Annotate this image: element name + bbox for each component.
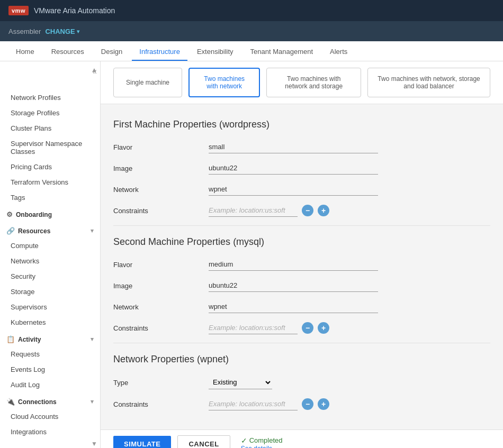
template-single-machine[interactable]: Single machine xyxy=(113,68,182,97)
sidebar-group-onboarding[interactable]: ⚙ Onboarding xyxy=(0,205,100,222)
tab-design[interactable]: Design xyxy=(94,43,130,61)
sidebar-label-cluster-plans: Cluster Plans xyxy=(11,124,51,132)
section-divider-1 xyxy=(113,225,490,226)
connections-icon: 🔌 xyxy=(6,398,15,406)
sidebar-item-pricing-cards[interactable]: Pricing Cards xyxy=(0,159,100,175)
first-machine-title: First Machine Properties (wordpress) xyxy=(113,119,490,130)
first-machine-flavor-label: Flavor xyxy=(113,143,198,151)
first-machine-constraints-row: Constraints − + xyxy=(113,204,490,217)
first-machine-image-input[interactable] xyxy=(209,162,378,175)
sidebar-label-cloud-accounts: Cloud Accounts xyxy=(11,413,58,420)
tab-alerts[interactable]: Alerts xyxy=(322,43,355,61)
sidebar-label-pricing-cards: Pricing Cards xyxy=(11,163,52,171)
sidebar-item-security[interactable]: Security xyxy=(0,269,100,284)
sidebar-label-audit-log: Audit Log xyxy=(11,381,40,389)
second-machine-image-input[interactable] xyxy=(209,279,378,292)
first-machine-flavor-input[interactable] xyxy=(209,141,378,153)
second-machine-image-row: Image xyxy=(113,279,490,292)
status-completed-label: Completed xyxy=(249,436,283,444)
content-area: Single machine Two machines with network… xyxy=(101,61,503,448)
sidebar-label-requests: Requests xyxy=(11,350,40,358)
first-machine-network-input[interactable] xyxy=(209,183,378,196)
sidebar-item-terraform-versions[interactable]: Terraform Versions xyxy=(0,175,100,190)
sidebar-item-tags[interactable]: Tags xyxy=(0,190,100,205)
vmw-logo: vmw xyxy=(8,6,29,15)
network-constraints-input[interactable] xyxy=(209,398,298,410)
network-props-title: Network Properties (wpnet) xyxy=(113,354,490,365)
sidebar-item-integrations[interactable]: Integrations xyxy=(0,424,100,440)
first-machine-constraints-input[interactable] xyxy=(209,204,298,217)
template-two-machines-network-label: Two machines with network xyxy=(198,75,250,90)
sidebar-item-audit-log[interactable]: Audit Log xyxy=(0,377,100,392)
sidebar-label-terraform-versions: Terraform Versions xyxy=(11,178,68,186)
first-machine-flavor-row: Flavor xyxy=(113,141,490,153)
sidebar-group-connections[interactable]: 🔌 Connections ▾ xyxy=(0,392,100,409)
cancel-button[interactable]: CANCEL xyxy=(177,435,230,448)
sidebar-item-storage-profiles[interactable]: Storage Profiles xyxy=(0,105,100,121)
sidebar-scroll-up-button[interactable]: ▲ xyxy=(90,66,98,74)
connections-chevron-icon: ▾ xyxy=(91,398,94,405)
first-machine-image-row: Image xyxy=(113,162,490,175)
template-two-machines-lb[interactable]: Two machines with network, storage and l… xyxy=(367,68,490,97)
network-constraints-minus-button[interactable]: − xyxy=(302,398,313,410)
template-two-machines-network[interactable]: Two machines with network xyxy=(188,68,260,97)
tab-resources[interactable]: Resources xyxy=(44,43,92,61)
sidebar-item-supervisors[interactable]: Supervisors xyxy=(0,299,100,315)
sidebar-item-compute[interactable]: Compute xyxy=(0,238,100,253)
sidebar-item-storage[interactable]: Storage xyxy=(0,284,100,299)
tab-infrastructure[interactable]: Infrastructure xyxy=(132,43,187,61)
simulate-button[interactable]: SIMULATE xyxy=(113,436,171,448)
second-header: Assembler CHANGE ▾ xyxy=(0,21,503,41)
second-machine-flavor-label: Flavor xyxy=(113,261,198,269)
assembler-label: Assembler xyxy=(8,28,41,35)
status-completed: ✓ Completed See details. xyxy=(241,436,283,449)
resources-chevron-icon: ▾ xyxy=(91,227,94,234)
first-machine-constraints-label: Constraints xyxy=(113,207,198,215)
template-two-machines-lb-label: Two machines with network, storage and l… xyxy=(376,75,481,90)
second-machine-constraints-minus-button[interactable]: − xyxy=(302,322,313,334)
check-icon: ✓ xyxy=(241,436,247,445)
tab-tenant-management[interactable]: Tenant Management xyxy=(243,43,321,61)
main-layout: « ▲ Network Profiles Storage Profiles Cl… xyxy=(0,61,503,448)
second-machine-constraints-plus-button[interactable]: + xyxy=(318,322,329,334)
second-machine-constraints-row: Constraints − + xyxy=(113,322,490,334)
sidebar: « ▲ Network Profiles Storage Profiles Cl… xyxy=(0,61,101,448)
sidebar-group-resources[interactable]: 🔗 Resources ▾ xyxy=(0,222,100,238)
app-title: VMware Aria Automation xyxy=(34,6,115,15)
network-constraints-plus-button[interactable]: + xyxy=(318,398,329,410)
sidebar-item-network-profiles[interactable]: Network Profiles xyxy=(0,90,100,105)
tab-extensibility[interactable]: Extensibility xyxy=(190,43,241,61)
action-bar: SIMULATE CANCEL ✓ Completed See details. xyxy=(101,429,503,448)
second-machine-title: Second Machine Properties (mysql) xyxy=(113,236,490,248)
sidebar-item-cloud-accounts[interactable]: Cloud Accounts xyxy=(0,409,100,424)
sidebar-label-events-log: Events Log xyxy=(11,365,45,373)
template-two-machines-storage[interactable]: Two machines with network and storage xyxy=(266,68,361,97)
sidebar-group-resources-label: Resources xyxy=(18,227,50,235)
nav-tabs: Home Resources Design Infrastructure Ext… xyxy=(0,41,503,61)
sidebar-item-cluster-plans[interactable]: Cluster Plans xyxy=(0,121,100,136)
sidebar-label-supervisor-namespace: Supervisor Namespace Classes xyxy=(11,140,94,156)
sidebar-item-events-log[interactable]: Events Log xyxy=(0,362,100,377)
activity-icon: 📋 xyxy=(6,335,15,343)
second-machine-constraints-input[interactable] xyxy=(209,322,298,334)
first-machine-constraints-minus-button[interactable]: − xyxy=(302,205,313,216)
sidebar-label-tags: Tags xyxy=(11,194,25,202)
sidebar-item-networks[interactable]: Networks xyxy=(0,253,100,269)
second-machine-flavor-input[interactable] xyxy=(209,258,378,271)
sidebar-scroll-down-button[interactable]: ▼ xyxy=(90,440,98,448)
second-machine-network-row: Network xyxy=(113,300,490,313)
sidebar-item-kubernetes[interactable]: Kubernetes xyxy=(0,315,100,330)
sidebar-group-activity[interactable]: 📋 Activity ▾ xyxy=(0,330,100,346)
first-machine-constraints-container: − + xyxy=(209,204,329,217)
sidebar-item-requests[interactable]: Requests xyxy=(0,346,100,362)
tab-home[interactable]: Home xyxy=(8,43,42,61)
first-machine-constraints-plus-button[interactable]: + xyxy=(318,205,329,216)
second-machine-constraints-label: Constraints xyxy=(113,324,198,332)
template-two-machines-storage-label: Two machines with network and storage xyxy=(275,75,352,90)
network-type-select[interactable]: Existing New Outbound xyxy=(209,376,272,389)
second-machine-constraints-container: − + xyxy=(209,322,329,334)
change-button[interactable]: CHANGE ▾ xyxy=(45,28,79,35)
sidebar-item-supervisor-namespace[interactable]: Supervisor Namespace Classes xyxy=(0,136,100,159)
see-details-link[interactable]: See details. xyxy=(241,445,283,449)
second-machine-network-input[interactable] xyxy=(209,300,378,313)
